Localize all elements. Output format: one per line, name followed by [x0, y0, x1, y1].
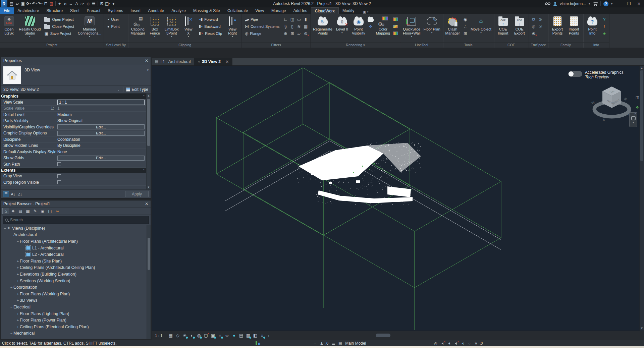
tree-item-electrical[interactable]: −Electrical	[1, 304, 151, 310]
workset-list-icon[interactable]: ▤	[337, 341, 343, 346]
help-icon[interactable]: ?	[603, 1, 608, 6]
fitters-door-icon[interactable]: ▯	[289, 23, 295, 30]
tree-item-mechanical[interactable]: −Mechanical	[1, 330, 151, 337]
plant-icon[interactable]: ♣	[601, 31, 607, 37]
tree-item-views-discipline-[interactable]: −❖Views (Discipline)	[1, 225, 151, 232]
browser-views-icon[interactable]: ❖	[10, 208, 16, 214]
ribbon-tab-annotate[interactable]: Annotate	[144, 7, 168, 14]
tree-item-floor-plans-lighting-plan-[interactable]: +Floor Plans (Lighting Plan)	[1, 310, 151, 317]
select-underlay-icon[interactable]: ➤	[446, 341, 452, 346]
truspace-view-icon[interactable]: ◎	[531, 23, 537, 30]
clash-grid-icon[interactable]: ⊞	[462, 31, 468, 37]
close-view-tab-icon[interactable]: ✕	[225, 59, 229, 64]
tree-item-l2-architectural[interactable]: L2 - Architectural	[1, 251, 151, 258]
collapse-section-icon[interactable]: ^	[143, 169, 145, 172]
shadows-icon[interactable]: ◐	[188, 332, 195, 339]
point-visibility-button[interactable]: ◉PointVisibility	[351, 15, 366, 36]
select-pinned-icon[interactable]: ➤✕	[453, 341, 459, 346]
parts-visibility-value[interactable]: Show Original	[57, 118, 83, 123]
navigation-bar[interactable]: ✕ ▼	[629, 112, 637, 127]
fitters-panel-icon[interactable]: ▱	[296, 31, 302, 37]
fitters-window-icon[interactable]: ⊞	[289, 31, 295, 37]
fitters-beam-icon[interactable]: §	[282, 23, 288, 30]
properties-close-icon[interactable]: ✕	[145, 58, 148, 63]
expand-icon[interactable]: +	[16, 292, 20, 296]
collapse-section-icon[interactable]: ^	[143, 95, 145, 98]
view-tab-l1-architectural[interactable]: ▤ L1 - Architectural	[152, 58, 194, 65]
detail-level-value[interactable]: Medium	[57, 112, 72, 117]
analytical-model-icon[interactable]: ◧	[252, 332, 259, 339]
color-bars-icon[interactable]	[392, 16, 398, 22]
view-scale-button[interactable]: 1 : 1	[152, 334, 167, 338]
ribbon-tab-insert[interactable]: Insert	[127, 7, 144, 14]
edit-type-button[interactable]: Edit Type	[123, 87, 148, 92]
browser-list-icon[interactable]: ▤	[17, 208, 24, 214]
rendering-dialog-icon[interactable]: ◍	[195, 332, 202, 339]
tree-item-floor-plans-site-plan-[interactable]: +Floor Plans (Site Plan)	[1, 258, 151, 265]
expand-icon[interactable]: +	[16, 318, 20, 322]
show-hidden-lines-value[interactable]: By Discipline	[57, 143, 80, 148]
truspace-camera-off-icon[interactable]: ⊗✕	[531, 31, 537, 37]
aligned-dimension-icon[interactable]: ↔	[68, 0, 74, 7]
limitbox-3point-button[interactable]: ◇LimitBox3Point▾	[164, 15, 180, 38]
ribbon-tab-analyze[interactable]: Analyze	[168, 7, 190, 14]
view-right-button[interactable]: ▲ViewRight▾	[225, 15, 240, 38]
quickslice-button[interactable]: QuickSliceFloor+Wall▾	[402, 15, 421, 38]
point-info-button[interactable]: ?PointInfo	[585, 15, 600, 36]
cloud-render-options-icon[interactable]: ··	[368, 16, 374, 22]
discipline-value[interactable]: Coordination	[57, 137, 80, 142]
user-menu-chevron-icon[interactable]: ▾	[589, 2, 590, 5]
modify-arrow-icon[interactable]: +	[57, 0, 62, 7]
ribbon-tab-steel[interactable]: Steel	[66, 7, 83, 14]
close-project-button[interactable]: Close Project	[43, 23, 75, 30]
tree-item-ceiling-plans-architectural-ceiling-plan-[interactable]: +Ceiling Plans (Architectural Ceiling Pl…	[1, 265, 151, 271]
browser-sheets-icon[interactable]: ✎	[32, 208, 39, 214]
active-workset-dropdown[interactable]: Main Model ⌄	[345, 341, 431, 346]
view-tab-3d-view-2[interactable]: ⌂ 3D View 2 ✕	[194, 58, 232, 65]
visual-style-icon[interactable]: ◇	[174, 332, 181, 339]
reality-cloud-studio-button[interactable]: Reality CloudStudio▾	[18, 15, 42, 38]
collapse-icon[interactable]: −	[9, 305, 13, 309]
project-browser-close-icon[interactable]: ✕	[145, 201, 148, 206]
restore-button[interactable]: ❐	[625, 1, 633, 6]
print-icon[interactable]: ⊡	[43, 0, 49, 7]
collapse-icon[interactable]: −	[9, 233, 13, 237]
open-project-button[interactable]: Open Project	[43, 16, 75, 23]
detail-level-icon[interactable]: ▦	[167, 332, 174, 339]
ribbon-tab-collaborate[interactable]: Collaborate	[224, 7, 252, 14]
worksharing-display-icon[interactable]: ▤	[237, 332, 245, 339]
browser-home-icon[interactable]: ⌂	[2, 208, 9, 214]
tree-item-l1-architectural[interactable]: L1 - Architectural	[1, 245, 151, 251]
transparency-icon[interactable]: ❖	[368, 23, 374, 30]
show-grids-edit-button[interactable]: Edit...	[57, 156, 145, 161]
close-hidden-windows-icon[interactable]: ⊠	[99, 0, 105, 7]
displacement-icon[interactable]: ▩	[245, 332, 252, 339]
expand-icon[interactable]: +	[16, 325, 20, 329]
design-options-icon[interactable]: ◎	[433, 341, 439, 346]
collapse-view-controls-icon[interactable]: ‹	[268, 334, 269, 338]
crop-view-checkbox[interactable]	[57, 174, 61, 178]
navigation-wheel-icon[interactable]	[631, 116, 636, 120]
navbar-expand-icon[interactable]: ▼	[632, 121, 635, 124]
collapse-icon[interactable]: −	[3, 226, 7, 230]
forward-button[interactable]: ◂▮Forward	[197, 16, 224, 23]
graphic-display-options-edit-button[interactable]: Edit...	[57, 131, 145, 136]
default-3d-view-icon[interactable]: ⌂▾	[79, 0, 85, 7]
truspace-pin-icon[interactable]: ⊙	[537, 16, 543, 22]
export-points-button[interactable]: ←ExportPoints	[550, 15, 565, 36]
navbar-close-icon[interactable]: ✕	[634, 113, 636, 115]
minimize-button[interactable]: –	[615, 1, 623, 6]
ribbon-panel-label[interactable]: Rendering ▾	[311, 42, 400, 48]
fitters-duct-icon[interactable]: ∟	[282, 16, 288, 22]
regenerate-points-button[interactable]: ↻RegeneratePoints	[312, 15, 333, 36]
ribbon-tab-file[interactable]: File	[0, 7, 14, 14]
manage-connections-button[interactable]: MManageConnections...▾	[77, 15, 102, 38]
set-level-user-button[interactable]: ◔User	[105, 16, 121, 23]
tree-item-elevations-building-elevation-[interactable]: +Elevations (Building Elevation)	[1, 271, 151, 278]
ribbon-tab-systems[interactable]: Systems	[104, 7, 127, 14]
crop-view-icon[interactable]: ▢✕	[202, 332, 209, 339]
sun-path-icon[interactable]: ☀	[181, 332, 188, 339]
fitters-tray-icon[interactable]: ▭	[296, 16, 302, 22]
section-icon[interactable]: ◇	[85, 0, 91, 7]
level-0-button[interactable]: 0✕Level 0▾	[334, 15, 350, 35]
